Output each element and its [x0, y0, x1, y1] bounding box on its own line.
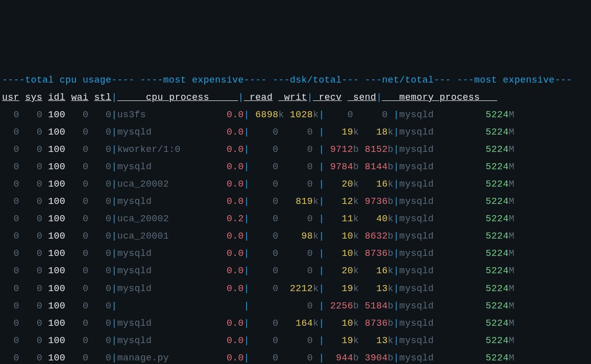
data-row: 0 0 100 0 0|kworker/1:0 0.0| 0 0 | 9712b… [2, 141, 589, 158]
dstat-output: ----total cpu usage---- ----most expensi… [2, 71, 589, 364]
data-row: 0 0 100 0 0|mysqld 0.0| 0 0 | 20k 16k|my… [2, 262, 589, 279]
data-row: 0 0 100 0 0|mysqld 0.0| 0 2212k| 19k 13k… [2, 280, 589, 297]
data-row: 0 0 100 0 0|uca_20002 0.0| 0 0 | 20k 16k… [2, 175, 589, 193]
data-row: 0 0 100 0 0|us3fs 0.0| 6898k 1028k| 0 0 … [2, 106, 589, 123]
data-row: 0 0 100 0 0|manage.py 0.0| 0 0 | 944b 39… [2, 349, 589, 364]
data-row: 0 0 100 0 0| | 0 | 2256b 5184b|mysqld 52… [2, 297, 589, 315]
data-row: 0 0 100 0 0|mysqld 0.0| 0 0 | 19k 18k|my… [2, 123, 589, 141]
data-row: 0 0 100 0 0|mysqld 0.0| 0 164k| 10k 8736… [2, 315, 589, 332]
data-row: 0 0 100 0 0|mysqld 0.0| 0 0 | 19k 13k|my… [2, 332, 589, 349]
data-row: 0 0 100 0 0|mysqld 0.0| 0 0 | 10k 8736b|… [2, 245, 589, 262]
data-row: 0 0 100 0 0|uca_20001 0.0| 0 98k| 10k 86… [2, 227, 589, 245]
header-columns: usr sys idl wai stl| cpu process | read … [2, 89, 589, 106]
data-row: 0 0 100 0 0|mysqld 0.0| 0 0 | 9784b 8144… [2, 158, 589, 175]
header-groups: ----total cpu usage---- ----most expensi… [2, 71, 589, 89]
data-row: 0 0 100 0 0|uca_20002 0.2| 0 0 | 11k 40k… [2, 210, 589, 227]
data-row: 0 0 100 0 0|mysqld 0.0| 0 819k| 12k 9736… [2, 193, 589, 210]
